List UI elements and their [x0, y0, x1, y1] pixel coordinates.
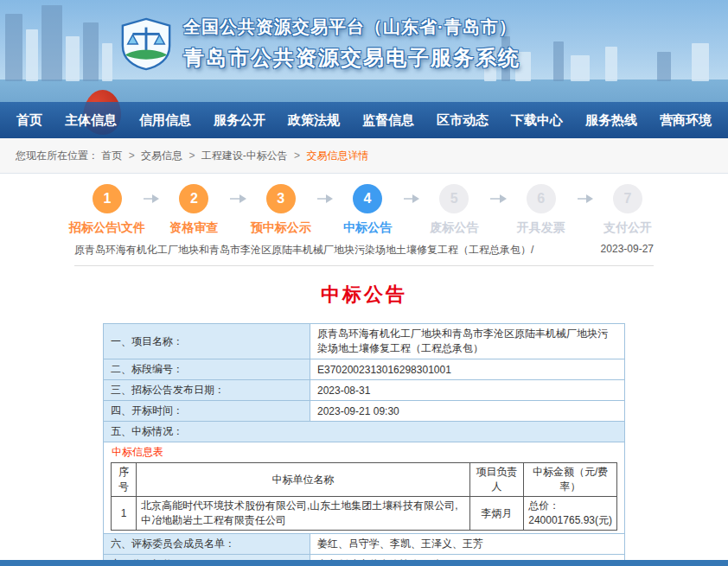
breadcrumb-trade-info[interactable]: 交易信息: [141, 149, 182, 162]
cell-project-leader: 李炳月: [469, 497, 523, 531]
row-label: 三、招标公告发布日期：: [104, 380, 310, 401]
progress-steps: 1 招标公告\文件 2 资格审查 3 预中标公示 4 中标公告 5 废标公告: [0, 184, 728, 236]
step-circle: 4: [353, 184, 382, 213]
nav-item-supervision-info[interactable]: 监督信息: [362, 112, 414, 129]
platform-logo-icon[interactable]: [119, 17, 173, 71]
project-title-line: 原青岛环海有机化工厂地块和青岛市李沧区原陆丰机械厂地块污染场地土壤修复工程（工程…: [74, 243, 533, 258]
building-shape: [66, 36, 80, 81]
row-label: 四、开标时间：: [104, 401, 310, 422]
breadcrumb-separator: >: [129, 149, 135, 162]
breadcrumb-current: 交易信息详情: [306, 149, 368, 162]
step-1-tender-announcement: 1 招标公告\文件: [76, 184, 138, 236]
step-circle: 2: [179, 184, 208, 213]
breadcrumb-home[interactable]: 首页: [101, 149, 122, 162]
nav-item-policies[interactable]: 政策法规: [288, 112, 340, 129]
col-header-award-amount: 中标金额（元/费率）: [524, 463, 617, 497]
table-row: 三、招标公告发布日期： 2023-08-31: [104, 380, 625, 401]
doc-body: 中标公告 一、项目名称： 原青岛环海有机化工厂地块和青岛市李沧区原陆丰机械厂地块…: [103, 282, 625, 560]
table-row: 一、项目名称： 原青岛环海有机化工厂地块和青岛市李沧区原陆丰机械厂地块污染场地土…: [104, 324, 625, 359]
step-label: 支付公开: [576, 220, 680, 236]
platform-title: 全国公共资源交易平台（山东省·青岛市）: [183, 16, 520, 39]
step-connector: [317, 198, 331, 200]
award-info-table: 序号 中标单位名称 项目负责人 中标金额（元/费率） 1 北京高能时代环境技术股…: [111, 462, 617, 531]
step-5-cancelled-bid-announcement: 5 废标公告: [423, 184, 485, 236]
breadcrumb-award-list[interactable]: 工程建设-中标公告: [201, 149, 288, 162]
building-shape: [571, 55, 590, 81]
subtable-wrapper: 中标信息表 序号 中标单位名称 项目负责人 中标金额（元/费率）: [104, 442, 625, 534]
row-value: 原青岛环海有机化工厂地块和青岛市李沧区原陆丰机械厂地块污染场地土壤修复工程（工程…: [310, 324, 625, 359]
breadcrumb-separator: >: [188, 149, 195, 162]
step-4-award-announcement: 4 中标公告: [336, 184, 399, 236]
building-shape: [83, 22, 99, 81]
breadcrumb-separator: >: [294, 149, 300, 162]
building-shape: [5, 14, 22, 81]
system-title: 青岛市公共资源交易电子服务系统: [183, 44, 520, 72]
breadcrumb: 您现在所在位置： 首页 > 交易信息 > 工程建设-中标公告 > 交易信息详情: [0, 138, 728, 174]
publish-date: 2023-09-27: [601, 243, 654, 258]
row-label: 一、项目名称：: [104, 324, 310, 359]
step-circle: 1: [93, 184, 122, 213]
nav-item-service-disclosure[interactable]: 服务公开: [214, 112, 265, 129]
row-value: 2023-09-21 09:30: [310, 401, 625, 422]
step-7-payment-disclosure: 7 支付公开: [597, 184, 659, 236]
page: 全国公共资源交易平台（山东省·青岛市） 青岛市公共资源交易电子服务系统 首页 主…: [0, 0, 728, 566]
table-row: 四、开标时间： 2023-09-21 09:30: [104, 401, 625, 422]
nav-item-download-center[interactable]: 下载中心: [511, 112, 563, 129]
building-shape: [692, 43, 709, 81]
col-header-index: 序号: [112, 463, 137, 497]
main-nav: 首页 主体信息 信用信息 服务公开 政策法规 监督信息 区市动态 下载中心 服务…: [0, 102, 728, 138]
step-connector: [404, 198, 418, 200]
announcement-title: 中标公告: [103, 282, 625, 308]
breadcrumb-prefix: 您现在所在位置：: [16, 149, 99, 162]
row-value: 姜红、吕守学、李凯、王泽义、王芳: [310, 534, 625, 555]
row-label: 二、标段编号：: [104, 359, 310, 380]
nav-item-entity-info[interactable]: 主体信息: [65, 112, 117, 129]
nav-item-credit-info[interactable]: 信用信息: [139, 112, 191, 129]
nav-item-business-environment[interactable]: 营商环境: [660, 112, 712, 129]
table-section-row: 五、中标情况：: [104, 422, 625, 442]
step-circle: 5: [439, 184, 469, 213]
nav-item-service-hotline[interactable]: 服务热线: [585, 112, 637, 129]
row-label: 六、评标委员会成员名单：: [104, 534, 310, 555]
step-circle: 3: [266, 184, 296, 213]
step-connector: [578, 198, 591, 200]
brand: 全国公共资源交易平台（山东省·青岛市） 青岛市公共资源交易电子服务系统: [119, 16, 520, 72]
nav-item-home[interactable]: 首页: [16, 112, 42, 129]
step-2-qualification-review: 2 资格审查: [163, 184, 225, 236]
cell-index: 1: [112, 497, 137, 531]
table-row: 六、评标委员会成员名单： 姜红、吕守学、李凯、王泽义、王芳: [104, 534, 625, 555]
building-shape: [102, 43, 112, 81]
subtable-caption: 中标信息表: [112, 445, 617, 460]
step-connector: [144, 198, 157, 200]
col-header-project-leader: 项目负责人: [469, 463, 523, 497]
cell-award-amount: 总价：240001765.93(元): [524, 497, 617, 531]
site-titles: 全国公共资源交易平台（山东省·青岛市） 青岛市公共资源交易电子服务系统: [183, 16, 520, 72]
building-shape: [553, 41, 564, 81]
nav-item-district-news[interactable]: 区市动态: [437, 112, 489, 129]
table-row: 二、标段编号： E3702002313016298301001: [104, 359, 625, 380]
row-value: E3702002313016298301001: [310, 359, 625, 380]
subtable-data-row: 1 北京高能时代环境技术股份有限公司,山东土地集团土壤科技有限公司,中冶地勘岩土…: [112, 497, 617, 531]
step-circle: 6: [527, 184, 556, 213]
subtable-row: 中标信息表 序号 中标单位名称 项目负责人 中标金额（元/费率）: [104, 442, 625, 534]
step-3-pre-award-publicity: 3 预中标公示: [250, 184, 312, 236]
building-shape: [657, 52, 671, 81]
step-connector: [230, 198, 244, 200]
footer-bar: [0, 560, 728, 566]
row-value: 2023-08-31: [310, 380, 625, 401]
col-header-winner-name: 中标单位名称: [136, 463, 469, 497]
doc-header: 原青岛环海有机化工厂地块和青岛市李沧区原陆丰机械厂地块污染场地土壤修复工程（工程…: [74, 243, 654, 266]
section-label: 五、中标情况：: [104, 422, 625, 442]
step-6-invoice-issuance: 6 开具发票: [510, 184, 572, 236]
cell-winner-name: 北京高能时代环境技术股份有限公司,山东土地集团土壤科技有限公司,中冶地勘岩土工程…: [136, 497, 469, 531]
step-circle: 7: [613, 184, 642, 213]
step-connector: [490, 198, 504, 200]
subtable-header-row: 序号 中标单位名称 项目负责人 中标金额（元/费率）: [112, 463, 617, 497]
header-banner: 全国公共资源交易平台（山东省·青岛市） 青岛市公共资源交易电子服务系统 首页 主…: [0, 0, 728, 138]
info-table: 一、项目名称： 原青岛环海有机化工厂地块和青岛市李沧区原陆丰机械厂地块污染场地土…: [103, 323, 625, 560]
building-shape: [605, 47, 617, 81]
building-shape: [42, 5, 62, 81]
building-shape: [26, 29, 38, 81]
main-content: 1 招标公告\文件 2 资格审查 3 预中标公示 4 中标公告 5 废标公告: [0, 174, 728, 560]
